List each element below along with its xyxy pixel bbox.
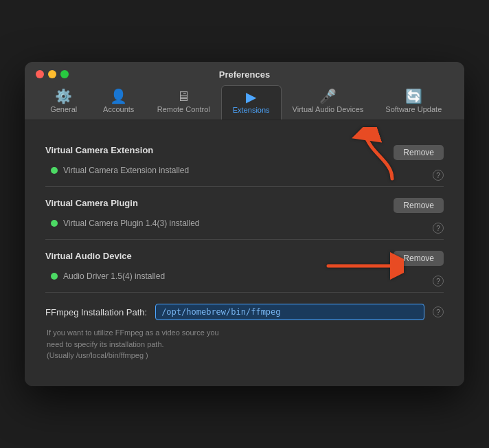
virtual-camera-extension-section: Virtual Camera Extension Remove Virtual …: [45, 134, 444, 187]
virtual-camera-plugin-title: Virtual Camera Plugin: [45, 198, 138, 208]
tab-software-update[interactable]: 🔄 Software Update: [374, 85, 453, 120]
virtual-audio-icon: 🎤: [319, 89, 337, 103]
remote-control-icon: 🖥: [177, 89, 190, 103]
tab-virtual-audio[interactable]: 🎤 Virtual Audio Devices: [282, 85, 375, 120]
virtual-camera-plugin-status-text: Virtual Camera Plugin 1.4(3) installed: [63, 219, 200, 228]
virtual-camera-extension-status-row: Virtual Camera Extension installed: [51, 166, 444, 175]
virtual-audio-device-status-row: Audio Driver 1.5(4) installed: [51, 271, 444, 281]
virtual-audio-device-remove-button[interactable]: Remove: [394, 251, 444, 266]
close-button[interactable]: [36, 70, 44, 78]
toolbar: ⚙️ General 👤 Accounts 🖥 Remote Control ▶…: [36, 85, 453, 120]
sections-wrapper: Virtual Camera Extension Remove Virtual …: [45, 134, 444, 372]
virtual-camera-extension-help-icon[interactable]: ?: [433, 170, 444, 181]
tab-general[interactable]: ⚙️ General: [36, 85, 91, 120]
ffmpeg-hint: If you want to utilize FFmpeg as a video…: [45, 327, 444, 361]
ffmpeg-row: FFmpeg Installation Path: ?: [45, 304, 444, 320]
traffic-lights: [36, 70, 69, 78]
preferences-window: Preferences ⚙️ General 👤 Accounts 🖥 Remo…: [25, 62, 464, 386]
maximize-button[interactable]: [60, 70, 69, 78]
tab-extensions-label: Extensions: [233, 106, 270, 114]
title-bar: Preferences ⚙️ General 👤 Accounts 🖥 Remo…: [25, 62, 464, 120]
minimize-button[interactable]: [48, 70, 56, 78]
software-update-icon: 🔄: [405, 89, 422, 103]
ffmpeg-input[interactable]: [155, 304, 424, 320]
ffmpeg-section: FFmpeg Installation Path: ? If you want …: [45, 293, 444, 372]
tab-general-label: General: [50, 105, 77, 113]
virtual-audio-device-status-dot: [51, 273, 58, 280]
ffmpeg-help-icon[interactable]: ?: [433, 306, 444, 317]
virtual-camera-plugin-section: Virtual Camera Plugin Remove Virtual Cam…: [45, 187, 444, 240]
tab-software-update-label: Software Update: [385, 105, 442, 113]
virtual-camera-extension-status-dot: [51, 167, 58, 174]
general-icon: ⚙️: [55, 89, 72, 103]
tab-extensions[interactable]: ▶ Extensions: [221, 85, 282, 120]
content-area: Virtual Camera Extension Remove Virtual …: [25, 120, 464, 386]
virtual-audio-device-help-icon[interactable]: ?: [433, 276, 444, 287]
ffmpeg-label: FFmpeg Installation Path:: [45, 307, 147, 317]
virtual-camera-plugin-status-dot: [51, 220, 58, 227]
virtual-audio-device-section: Virtual Audio Device Remove Audio Driver…: [45, 240, 444, 293]
tab-remote-control-label: Remote Control: [157, 105, 210, 113]
tab-accounts-label: Accounts: [103, 105, 134, 113]
tab-virtual-audio-label: Virtual Audio Devices: [293, 105, 364, 113]
tab-remote-control[interactable]: 🖥 Remote Control: [146, 85, 221, 120]
tab-accounts[interactable]: 👤 Accounts: [91, 85, 146, 120]
virtual-audio-device-status-text: Audio Driver 1.5(4) installed: [63, 271, 165, 281]
virtual-camera-extension-remove-button[interactable]: Remove: [394, 145, 444, 160]
virtual-camera-plugin-status-row: Virtual Camera Plugin 1.4(3) installed: [51, 219, 444, 228]
window-title: Preferences: [219, 69, 270, 80]
virtual-audio-device-title: Virtual Audio Device: [45, 251, 132, 261]
virtual-camera-extension-status-text: Virtual Camera Extension installed: [63, 166, 189, 175]
extensions-icon: ▶: [246, 90, 256, 104]
virtual-camera-plugin-remove-button[interactable]: Remove: [394, 198, 444, 213]
accounts-icon: 👤: [110, 89, 127, 103]
virtual-camera-plugin-help-icon[interactable]: ?: [433, 223, 444, 234]
virtual-camera-extension-title: Virtual Camera Extension: [45, 145, 153, 155]
